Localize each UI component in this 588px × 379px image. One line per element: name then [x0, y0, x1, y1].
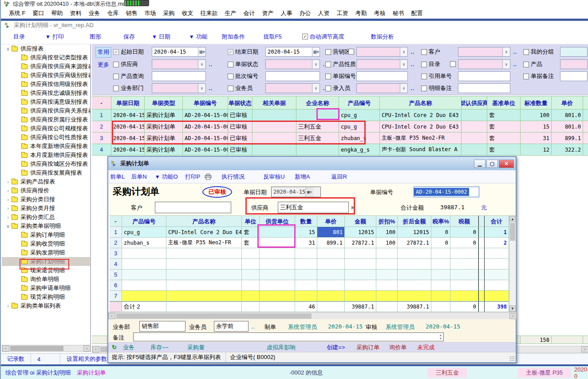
table-row[interactable]: 3 [110, 248, 509, 259]
checkbox-icon[interactable] [228, 86, 233, 91]
sidebar-item-供应报表[interactable]: ∨供应报表 [2, 44, 90, 53]
toolbar-图形[interactable]: 图形 [90, 33, 101, 41]
supplier-dropdown-icon[interactable]: ▶ [351, 205, 355, 210]
menu-item-16[interactable]: 办公 [296, 8, 315, 18]
tree-expand-icon[interactable]: › [4, 206, 12, 211]
scroll-right-icon[interactable]: › [509, 313, 517, 319]
table-row[interactable]: 7 [110, 291, 509, 301]
filter-field-明细备注[interactable] [458, 83, 510, 93]
sidebar-item-采购类单据列表[interactable]: ›采购类单据列表 [2, 301, 90, 310]
sidebar-item-供应商按供应商级别报表[interactable]: 供应商按供应商级别报表 [2, 71, 90, 80]
clerk-field[interactable]: 余学前 [214, 321, 249, 332]
action-未完成[interactable]: 未完成 [417, 344, 434, 352]
table-row[interactable]: 2zhuban_s主板-微星 P35 Neo2-FR套31899.127872.… [110, 238, 509, 248]
sidebar-item-采购订单明细[interactable]: 采购订单明细 [2, 231, 90, 239]
dialog-horizontal-scrollbar[interactable]: ‹ › [108, 312, 517, 319]
toolbar-目录[interactable]: 目录 [13, 33, 25, 41]
more-dots[interactable]: ‥ [513, 61, 517, 67]
calendar-icon[interactable]: ▦▾ [305, 187, 313, 197]
sidebar-item-现货采购明细[interactable]: 现货采购明细 [2, 293, 90, 301]
scroll-left-icon[interactable]: ‹ [92, 346, 99, 352]
column-header-产品编号[interactable]: 产品编号 [339, 96, 380, 109]
dialog-toolbar-执行情况[interactable]: 执行情况 [221, 173, 245, 181]
checkbox-icon[interactable] [421, 86, 427, 91]
filter-field-营销区[interactable]: ∨ [356, 47, 408, 57]
tab-more[interactable]: 更多 [95, 59, 111, 70]
taskbar-right-3[interactable]: 主板-微星 P35 [518, 368, 571, 378]
checkbox-icon[interactable] [228, 49, 233, 55]
menu-item-20[interactable]: 考核 [371, 8, 389, 18]
menu-item-18[interactable]: 工资 [333, 8, 352, 18]
checkbox-icon[interactable] [228, 62, 233, 67]
checkbox-icon[interactable] [302, 34, 308, 39]
sidebar-item-供应商按满意级别报表[interactable]: 供应商按满意级别报表 [2, 98, 90, 106]
table-row[interactable]: 22020-04-15采购计划单AD-20-04-15-0002已审核三利五金c… [92, 121, 588, 133]
tab-common[interactable]: 常用 [95, 47, 111, 58]
refresh-icon[interactable]: ↻ [112, 344, 117, 351]
column-header-单价[interactable]: 单价 [552, 96, 583, 109]
spinner-icon[interactable]: ▲▼ [440, 333, 442, 340]
sidebar-item-采购分类日报[interactable]: ›采购分类日报 [2, 195, 90, 204]
action-虚拟库影响[interactable]: 虚拟库影响 [267, 344, 296, 352]
action-采购订单[interactable]: 采购订单 [356, 344, 379, 352]
action-创建=>[interactable]: 创建=> [327, 344, 345, 352]
table-row[interactable]: 4 [110, 259, 509, 270]
column-header--[interactable]: - [92, 96, 111, 109]
tree-expand-icon[interactable]: › [4, 215, 12, 220]
column-header-金额[interactable]: 金额 [345, 215, 376, 227]
column-header-产品编号[interactable]: 产品编号 [122, 215, 166, 227]
taskbar-right-1[interactable]: -0002 的信息 [289, 369, 323, 377]
more-dots[interactable]: ‥ [209, 61, 213, 67]
column-header-相关单据[interactable]: 相关单据 [253, 96, 296, 109]
extra-checkbox[interactable] [450, 61, 456, 68]
doc-date-field[interactable]: 2020-04-15 ▦▾ [271, 187, 321, 197]
more-dots[interactable]: ‥ [513, 48, 517, 55]
supplier-field[interactable]: 三利五金 [278, 202, 349, 213]
filter-field-单据编号[interactable] [356, 71, 408, 81]
menu-item-2[interactable]: 窗口 [29, 8, 48, 18]
checkbox-icon[interactable] [113, 74, 119, 79]
action-库存~~[interactable]: 库存~~ [150, 344, 169, 352]
calendar-icon[interactable]: ▦▾ [312, 47, 320, 56]
menu-item-7[interactable]: 销售 [122, 8, 141, 18]
sidebar-item-采购发票明细[interactable]: 采购发票明细 [2, 248, 90, 257]
menu-item-17[interactable]: 人资 [315, 8, 333, 18]
sidebar-item-采购类单据明细[interactable]: ∨采购类单据明细 [2, 222, 90, 231]
chevron-down-icon[interactable]: ∨ [312, 84, 320, 93]
menu-item-13[interactable]: 会计 [240, 8, 259, 18]
column-header-供货单位[interactable]: 供货单位 [260, 215, 295, 227]
sidebar-item-供应商按公司性质报表[interactable]: 供应商按公司性质报表 [2, 133, 90, 142]
filter-field-业务员[interactable]: ∨ [265, 83, 320, 93]
column-header-基准单位[interactable]: 基准单位 [487, 96, 521, 109]
checkbox-icon[interactable] [523, 62, 529, 67]
checkbox-icon[interactable] [113, 49, 119, 55]
table-row[interactable]: 32020-04-15采购计划单AD-20-04-15-0002已审核三利五金z… [92, 133, 588, 144]
resize-grip[interactable] [509, 356, 515, 361]
toolbar-保存[interactable]: 保存 [123, 33, 135, 41]
dialog-toolbar-功能O[interactable]: ▼功能O [155, 173, 178, 181]
auto-height-checkbox[interactable]: 自动调节高度 [302, 33, 344, 41]
checkbox-icon[interactable] [325, 74, 331, 79]
dialog-toolbar-前单L[interactable]: 前单L [110, 173, 125, 181]
toolbar-data-analysis[interactable]: 数据分析 [371, 33, 394, 41]
scroll-left-icon[interactable]: ‹ [2, 345, 9, 352]
sidebar-item-采购分类月报[interactable]: ›采购分类月报 [2, 204, 90, 213]
column-header-单据日期[interactable]: 单据日期 [111, 96, 145, 109]
taskbar-right-4[interactable]: 2020-0 [574, 366, 588, 379]
menu-item-15[interactable]: 人事 [277, 8, 296, 18]
sidebar-item-供应商按供应商关系报表[interactable]: 供应商按供应商关系报表 [2, 106, 90, 115]
taskbar-left-1[interactable]: 综合管理 oi 采购计划明细 [5, 369, 71, 377]
close-icon[interactable]: ✕ [499, 160, 514, 168]
scrollbar-thumb[interactable] [510, 223, 515, 241]
sidebar-item-供应商按供应商来源报表[interactable]: 供应商按供应商来源报表 [2, 62, 90, 71]
filter-field-单据状态[interactable]: ∨ [265, 59, 320, 69]
column-header-合计[interactable]: 合计 [485, 215, 509, 227]
sidebar-item-供应商按城区分布报表[interactable]: 供应商按城区分布报表 [2, 160, 90, 168]
dialog-toolbar-新增A[interactable]: 新增A [295, 173, 310, 181]
checkbox-icon[interactable] [325, 86, 331, 91]
toolbar-附加条件[interactable]: 附加条件 [222, 33, 245, 41]
menu-item-8[interactable]: 市场 [141, 8, 160, 18]
dialog-toolbar-返回R[interactable]: 返回R [331, 173, 347, 181]
more-dots[interactable]: ‥ [410, 85, 414, 91]
sidebar-item-供应商按信用级别报表[interactable]: 供应商按信用级别报表 [2, 80, 90, 89]
